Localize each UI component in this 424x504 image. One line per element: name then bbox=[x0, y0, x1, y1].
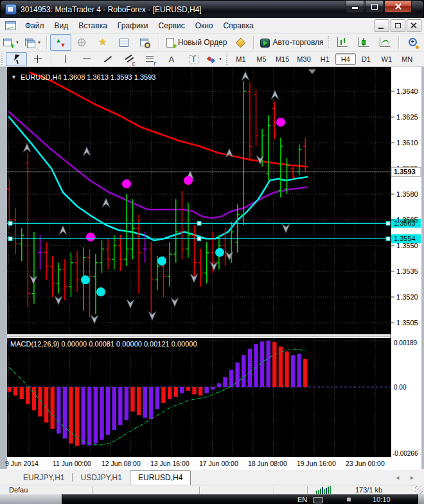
menu-item-2[interactable]: Вставка bbox=[73, 19, 112, 32]
chevron-down-icon: ▼ bbox=[15, 40, 19, 44]
macd-histogram-bar bbox=[100, 387, 103, 440]
cursor-button[interactable] bbox=[6, 52, 27, 66]
macd-label: MACD(12,26,9) 0.00000 0.00081 0.00000 0.… bbox=[10, 340, 197, 348]
toolbar-grip[interactable] bbox=[226, 53, 228, 66]
trendline-button[interactable] bbox=[97, 52, 118, 66]
vline-button[interactable] bbox=[55, 52, 76, 66]
timeframe-d1[interactable]: D1 bbox=[356, 53, 376, 65]
hline-button[interactable] bbox=[76, 52, 97, 66]
macd-histogram-bar bbox=[211, 387, 215, 390]
toolbar-separator bbox=[398, 36, 400, 49]
timeframe-m1[interactable]: M1 bbox=[231, 53, 251, 65]
line-handle[interactable] bbox=[386, 237, 390, 240]
svg-text:1.3520: 1.3520 bbox=[396, 293, 418, 301]
new-order-button[interactable]: Новый Ордер bbox=[163, 34, 229, 51]
navigator-button[interactable] bbox=[93, 34, 114, 51]
mdi-close-button[interactable] bbox=[407, 19, 421, 32]
show-desktop-button[interactable] bbox=[418, 494, 424, 504]
tabs-scroll-left-icon[interactable]: ◄ bbox=[394, 474, 400, 481]
tray-icon[interactable] bbox=[347, 498, 351, 501]
data-window-icon bbox=[76, 37, 87, 48]
terminal-button[interactable] bbox=[114, 34, 135, 51]
mdi-restore-button[interactable] bbox=[391, 19, 405, 32]
macd-histogram-bar bbox=[297, 354, 301, 387]
menu-item-6[interactable]: Справка bbox=[218, 19, 259, 32]
date-label: 11 Jun 00:00 bbox=[53, 460, 91, 467]
mdi-minimize-button[interactable] bbox=[375, 19, 389, 32]
svg-text:1.3550: 1.3550 bbox=[396, 242, 418, 249]
close-icon bbox=[395, 3, 402, 10]
macd-histogram-bar bbox=[174, 387, 178, 397]
timeframe-m5[interactable]: M5 bbox=[251, 53, 272, 65]
menu-item-3[interactable]: Графики bbox=[112, 19, 154, 32]
chevron-down-icon: ▼ bbox=[37, 40, 41, 44]
autotrade-button[interactable]: Авто-торговля bbox=[257, 34, 326, 51]
minimize-button[interactable] bbox=[346, 1, 364, 13]
timeframe-h4[interactable]: H4 bbox=[335, 53, 356, 65]
timeframe-m30[interactable]: M30 bbox=[293, 53, 314, 65]
chart-tab-eurjpy-h1[interactable]: EURJPY,H1 bbox=[15, 471, 72, 485]
new-chart-button[interactable]: ▼ bbox=[0, 34, 22, 51]
macd-histogram-bar bbox=[57, 387, 60, 434]
macd-histogram-bar bbox=[20, 387, 24, 399]
macd-histogram-bar bbox=[267, 341, 270, 387]
market-watch-button[interactable] bbox=[50, 34, 71, 51]
timeframe-h1[interactable]: H1 bbox=[315, 53, 335, 65]
language-indicator[interactable]: EN bbox=[297, 496, 307, 503]
timeframe-m15[interactable]: M15 bbox=[272, 53, 293, 65]
line-handle[interactable] bbox=[386, 221, 390, 225]
taskbar-button[interactable] bbox=[0, 494, 62, 504]
macd-histogram-bar bbox=[87, 387, 91, 446]
channel-button[interactable] bbox=[118, 52, 139, 66]
profile-label[interactable]: Defau bbox=[9, 486, 28, 494]
line-handle[interactable] bbox=[197, 221, 201, 225]
macd-histogram-bar bbox=[118, 387, 122, 425]
shapes-button[interactable]: ▼ bbox=[203, 52, 225, 66]
bars-chart-button[interactable] bbox=[332, 34, 353, 51]
macd-histogram-bar bbox=[161, 387, 165, 403]
restore-button[interactable] bbox=[365, 1, 384, 13]
tabs-scroll-right-icon[interactable]: ► bbox=[409, 474, 415, 481]
zoom-in-button[interactable] bbox=[402, 34, 423, 51]
resize-grip[interactable] bbox=[415, 486, 423, 494]
label-button[interactable] bbox=[182, 52, 203, 66]
toolbar-grip[interactable] bbox=[1, 53, 3, 66]
menu-item-1[interactable]: Вид bbox=[49, 19, 74, 32]
keyboard-icon[interactable] bbox=[313, 497, 323, 503]
metaeditor-icon bbox=[235, 37, 245, 48]
profiles-button[interactable]: ▼ bbox=[22, 34, 44, 51]
chart-window-icon bbox=[5, 21, 16, 30]
line-handle[interactable] bbox=[8, 237, 12, 240]
candles-chart-button[interactable] bbox=[353, 34, 375, 51]
chart-tab-usdjpy-h1[interactable]: USDJPY,H1 bbox=[73, 471, 129, 485]
minimize-icon bbox=[352, 7, 358, 9]
text-button[interactable] bbox=[161, 52, 182, 66]
menu-item-0[interactable]: Файл bbox=[20, 19, 49, 32]
date-label: 23 Jun 00:00 bbox=[346, 460, 385, 467]
macd-histogram-bar bbox=[44, 387, 48, 422]
close-button[interactable] bbox=[384, 1, 412, 13]
line-handle[interactable] bbox=[8, 221, 12, 225]
tester-button[interactable] bbox=[135, 34, 156, 51]
macd-histogram-bar bbox=[192, 387, 196, 394]
cursor-icon bbox=[12, 54, 22, 64]
macd-histogram-bar bbox=[272, 342, 276, 387]
timeframe-mn[interactable]: MN bbox=[397, 53, 418, 65]
line-chart-button[interactable] bbox=[375, 34, 396, 51]
menu-item-4[interactable]: Сервис bbox=[154, 19, 190, 32]
date-label: 9 Jun 2014 bbox=[5, 460, 39, 467]
price-chart[interactable]: 1.35631.35541.36401.36251.36101.35951.35… bbox=[0, 67, 424, 469]
cyan-signal-dot bbox=[96, 287, 105, 296]
menu-item-5[interactable]: Окно bbox=[190, 19, 218, 32]
taskbar-clock[interactable]: 10:10 bbox=[373, 496, 391, 503]
timeframe-w1[interactable]: W1 bbox=[376, 53, 397, 65]
metaeditor-button[interactable] bbox=[229, 34, 251, 51]
bars-chart-icon bbox=[337, 37, 348, 47]
toolbar-grip[interactable] bbox=[328, 36, 330, 49]
macd-histogram-bar bbox=[125, 387, 128, 420]
fibonacci-button[interactable] bbox=[139, 52, 161, 66]
crosshair-button[interactable] bbox=[27, 52, 48, 66]
chart-tab-eurusd-h4[interactable]: EURUSD,H4 bbox=[130, 470, 191, 485]
line-handle[interactable] bbox=[197, 237, 201, 240]
data-window-button[interactable] bbox=[71, 34, 93, 51]
